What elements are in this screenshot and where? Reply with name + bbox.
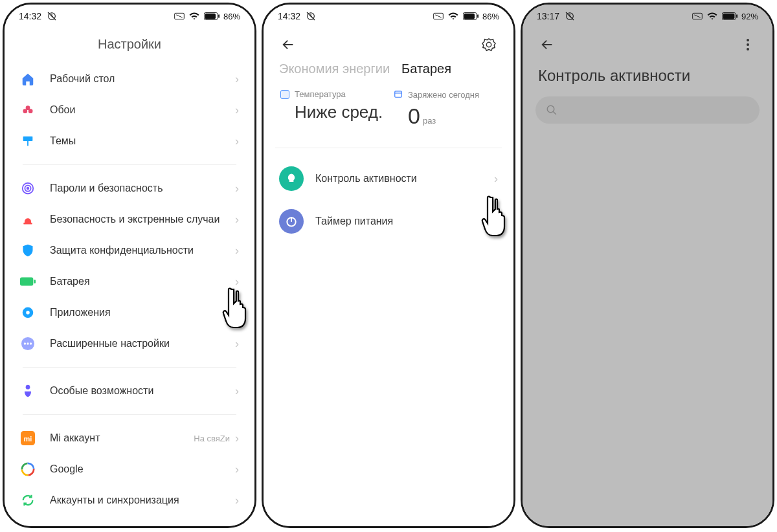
- brush-icon: [20, 133, 36, 149]
- fingerprint-icon: [20, 181, 36, 196]
- battery-icon: [463, 12, 479, 20]
- chevron-right-icon: ›: [494, 215, 498, 228]
- svg-text:mi: mi: [24, 435, 32, 443]
- back-button[interactable]: [537, 34, 557, 55]
- wifi-icon: [447, 12, 459, 21]
- status-battery-pct: 92%: [741, 12, 758, 21]
- svg-rect-10: [23, 137, 33, 141]
- search-input[interactable]: [535, 96, 760, 124]
- row-privacy[interactable]: Защита конфиденциальности ›: [11, 235, 248, 266]
- chevron-right-icon: ›: [494, 172, 498, 186]
- dots-icon: [20, 336, 36, 351]
- row-themes[interactable]: Темы ›: [11, 126, 248, 157]
- svg-rect-36: [464, 14, 475, 19]
- row-passwords[interactable]: Пароли и безопасность ›: [11, 173, 248, 204]
- arrow-left-icon: [281, 38, 295, 52]
- more-menu-button[interactable]: [738, 34, 758, 55]
- row-accounts-sync[interactable]: Аккаунты и синхронизация ›: [11, 485, 248, 516]
- shield-icon: [20, 243, 36, 258]
- chevron-right-icon: ›: [235, 244, 239, 258]
- chevron-right-icon: ›: [235, 306, 239, 320]
- status-time: 14:32: [278, 11, 300, 21]
- svg-rect-17: [34, 280, 36, 283]
- row-emergency[interactable]: Безопасность и экстренные случаи ›: [11, 204, 248, 235]
- svg-point-40: [486, 42, 491, 47]
- chevron-right-icon: ›: [235, 135, 239, 148]
- battery-tabs: Экономия энергии Батарея: [264, 58, 513, 85]
- more-vertical-icon: [747, 39, 749, 50]
- row-battery[interactable]: Батарея ›: [11, 266, 248, 297]
- row-accessibility[interactable]: Особые возможности ›: [11, 375, 248, 406]
- status-battery-pct: 86%: [223, 12, 240, 21]
- svg-line-3: [176, 15, 182, 17]
- tab-power-saving[interactable]: Экономия энергии: [279, 61, 390, 76]
- svg-point-21: [24, 342, 26, 344]
- tab-battery[interactable]: Батарея: [401, 61, 451, 76]
- sim-icon: [433, 12, 444, 20]
- power-icon: [279, 209, 304, 234]
- alarm-off-icon: [565, 11, 575, 21]
- svg-point-24: [26, 385, 30, 390]
- svg-rect-16: [20, 278, 33, 286]
- row-google[interactable]: Google ›: [11, 454, 248, 485]
- gear-icon: [482, 38, 496, 52]
- settings-gear-button[interactable]: [479, 34, 499, 55]
- svg-marker-39: [482, 39, 495, 50]
- chevron-right-icon: ›: [235, 337, 239, 351]
- mi-icon: mi: [20, 430, 36, 446]
- svg-rect-50: [723, 14, 734, 19]
- svg-rect-41: [395, 91, 402, 97]
- svg-line-48: [694, 15, 700, 17]
- bulb-icon: [279, 166, 304, 191]
- card-charged-today[interactable]: Заряжено сегодня 0раз: [388, 85, 502, 132]
- search-icon: [546, 104, 557, 116]
- settings-list: Рабочий стол › Обои › Темы › Пароли: [5, 63, 254, 516]
- svg-point-9: [28, 109, 33, 113]
- back-button[interactable]: [278, 34, 298, 55]
- calendar-icon: [394, 89, 403, 100]
- row-wallpaper[interactable]: Обои ›: [11, 94, 248, 126]
- divider: [23, 164, 236, 165]
- svg-line-46: [566, 12, 574, 20]
- status-time: 13:17: [537, 11, 559, 21]
- chevron-right-icon: ›: [235, 182, 239, 195]
- battery-icon: [722, 12, 738, 20]
- row-sublabel: На свяZи: [194, 434, 230, 443]
- svg-rect-6: [218, 14, 220, 18]
- access-icon: [20, 383, 36, 399]
- row-mi-account[interactable]: mi Mi аккаунт На свяZи ›: [11, 423, 248, 454]
- svg-point-54: [747, 43, 749, 46]
- svg-rect-15: [23, 223, 32, 225]
- row-advanced[interactable]: Расширенные настройки ›: [11, 328, 248, 359]
- feature-power-timer[interactable]: Таймер питания ›: [264, 200, 513, 243]
- temperature-icon: [280, 90, 289, 99]
- svg-line-34: [435, 15, 441, 17]
- battery-icon: [20, 274, 36, 289]
- chevron-right-icon: ›: [235, 275, 239, 289]
- svg-rect-11: [27, 141, 28, 146]
- chevron-right-icon: ›: [235, 213, 239, 227]
- phone-settings: 14:32 86% Настройки Рабочий стол ›: [3, 3, 256, 528]
- card-temperature[interactable]: Температура Ниже сред.: [275, 85, 388, 132]
- feature-activity-control[interactable]: Контроль активности ›: [264, 157, 513, 200]
- row-apps[interactable]: Приложения ›: [11, 297, 248, 328]
- gear-icon: [20, 305, 36, 320]
- svg-rect-37: [477, 14, 479, 18]
- svg-point-14: [27, 188, 29, 190]
- phone-activity-control: 13:17 92% Контроль активности: [521, 3, 774, 528]
- divider: [275, 148, 502, 148]
- flower-icon: [20, 102, 36, 118]
- battery-icon: [204, 12, 220, 20]
- status-time: 14:32: [19, 11, 41, 21]
- wifi-icon: [188, 12, 200, 21]
- arrow-left-icon: [540, 38, 554, 52]
- alert-icon: [20, 212, 36, 227]
- sync-icon: [20, 493, 36, 508]
- row-desktop[interactable]: Рабочий стол ›: [11, 63, 248, 94]
- svg-line-57: [553, 111, 556, 115]
- page-title: Настройки: [5, 28, 254, 63]
- divider: [23, 367, 236, 368]
- phone-battery: 14:32 86% Экономия энер: [262, 3, 515, 528]
- sim-icon: [174, 12, 185, 20]
- svg-point-55: [747, 48, 749, 50]
